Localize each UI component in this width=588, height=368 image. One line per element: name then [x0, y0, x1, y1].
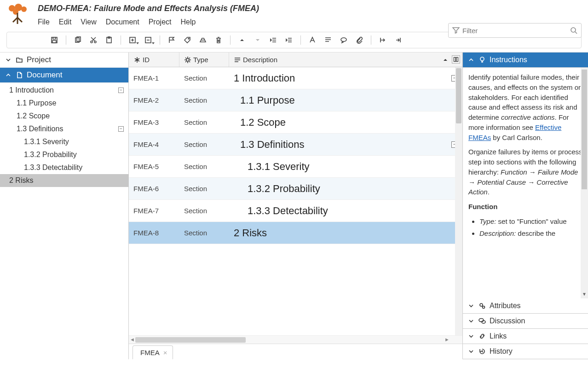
collapse-icon[interactable]: −: [118, 126, 124, 132]
tree-item[interactable]: 1.3.2 Probability: [0, 148, 128, 161]
cell-description: 2 Risks: [229, 223, 462, 243]
grid-row[interactable]: FMEA-5Section1.3.1 Severity: [129, 156, 462, 178]
align-icon[interactable]: [321, 34, 335, 47]
attach-icon[interactable]: [352, 34, 366, 47]
grid-row[interactable]: FMEA-7Section1.3.3 Detectability: [129, 200, 462, 222]
cell-description: 1.1 Purpose: [229, 91, 462, 110]
col-id[interactable]: ID: [129, 53, 179, 67]
filter-icon: [452, 27, 460, 34]
grid-header: ID Type Description: [129, 53, 462, 67]
indent-icon[interactable]: [282, 34, 296, 47]
grid-row[interactable]: FMEA-6Section1.3.2 Probability: [129, 178, 462, 200]
tree-item[interactable]: 1.3.1 Severity: [0, 135, 128, 148]
tab-fmea[interactable]: FMEA ×: [133, 345, 173, 359]
search-icon[interactable]: [570, 27, 577, 34]
remove-icon[interactable]: [141, 34, 155, 47]
font-icon[interactable]: [306, 34, 319, 47]
panel-instructions-header[interactable]: Instructions: [463, 53, 588, 68]
filter-input[interactable]: [462, 27, 567, 35]
panel-history-header[interactable]: History: [463, 344, 588, 359]
svg-rect-7: [52, 41, 56, 43]
delete-icon[interactable]: [212, 34, 225, 47]
instructions-body: Identify potential failure modes, their …: [463, 68, 588, 298]
tree-item[interactable]: 1.3 Definitions−: [0, 123, 128, 135]
col-description[interactable]: Description: [229, 53, 462, 67]
chevron-down-icon: [467, 348, 475, 355]
menu-document[interactable]: Document: [106, 18, 139, 26]
document-icon: [16, 71, 23, 79]
grid-row[interactable]: FMEA-4Section1.3 Definitions−: [129, 134, 462, 156]
filter-box[interactable]: [448, 23, 582, 38]
grid-vertical-scrollbar[interactable]: [455, 67, 462, 335]
grid-horizontal-scrollbar[interactable]: ◄►: [129, 335, 462, 344]
cell-id: FMEA-1: [129, 70, 179, 86]
tree-item[interactable]: 1.3.3 Detectability: [0, 161, 128, 174]
gear-icon: [184, 56, 191, 64]
right-scrollbar[interactable]: ▼: [581, 68, 588, 298]
outdent-icon[interactable]: [266, 34, 280, 47]
grid-row[interactable]: FMEA-2Section1.1 Purpose: [129, 89, 462, 111]
panel-instructions-label: Instructions: [490, 56, 527, 64]
app-logo: [6, 4, 29, 25]
jump-end-icon[interactable]: [392, 34, 405, 47]
collapse-icon[interactable]: −: [118, 88, 124, 93]
gears-icon: [478, 302, 486, 310]
svg-point-17: [341, 38, 346, 41]
save-icon[interactable]: [47, 34, 61, 47]
cell-description: 1.3.3 Detectability: [229, 201, 462, 221]
paste-icon[interactable]: [102, 34, 116, 47]
flag-icon[interactable]: [165, 34, 179, 47]
menu-project[interactable]: Project: [149, 18, 172, 26]
tree-item[interactable]: 1.1 Purpose: [0, 97, 128, 110]
asterisk-icon: [133, 56, 141, 64]
goto-icon[interactable]: [376, 34, 390, 47]
grid-row[interactable]: FMEA-8Section2 Risks: [129, 222, 462, 244]
svg-point-18: [186, 58, 189, 61]
right-panel: Instructions Identify potential failure …: [463, 53, 588, 359]
chevron-down-icon: [5, 56, 12, 64]
panel-links-label: Links: [490, 332, 507, 340]
menu-file[interactable]: File: [38, 18, 50, 26]
archive-icon[interactable]: [196, 34, 210, 47]
menu-edit[interactable]: Edit: [59, 18, 72, 26]
panel-attributes-header[interactable]: Attributes: [463, 298, 588, 314]
panel-discussion-label: Discussion: [490, 317, 525, 325]
cut-icon[interactable]: [86, 34, 100, 47]
svg-point-11: [94, 41, 96, 43]
cell-type: Section: [179, 93, 229, 108]
tag-icon[interactable]: [180, 34, 194, 47]
chevron-down-icon: [467, 333, 475, 340]
document-tree: 1 Introduction−1.1 Purpose1.2 Scope1.3 D…: [0, 83, 128, 188]
cell-description: 1.3 Definitions−: [229, 135, 462, 154]
svg-point-2: [21, 6, 27, 12]
tab-bar: FMEA ×: [129, 344, 462, 359]
menu-help[interactable]: Help: [180, 18, 196, 26]
folder-icon: [16, 56, 23, 64]
cell-description: 1 Introduction−: [229, 69, 462, 88]
grid-row[interactable]: FMEA-1Section1 Introduction−: [129, 67, 462, 89]
grid-row[interactable]: FMEA-3Section1.2 Scope: [129, 111, 462, 134]
cell-type: Section: [179, 137, 229, 152]
panel-links-header[interactable]: Links: [463, 329, 588, 344]
column-settings-icon[interactable]: [452, 55, 460, 64]
tree-item[interactable]: 1.2 Scope: [0, 110, 128, 123]
close-icon[interactable]: ×: [163, 349, 167, 356]
sidebar-project-header[interactable]: Project: [0, 53, 128, 68]
cell-type: Section: [179, 225, 229, 240]
sidebar-project-label: Project: [27, 55, 51, 64]
panel-discussion-header[interactable]: Discussion: [463, 314, 588, 329]
move-down-icon: [251, 34, 265, 47]
svg-point-23: [483, 306, 485, 309]
chevron-down-icon: [467, 302, 475, 310]
tree-item[interactable]: 1 Introduction−: [0, 84, 128, 97]
cell-description: 1.3.1 Severity: [229, 157, 462, 176]
copy-icon[interactable]: [71, 34, 85, 47]
menu-view[interactable]: View: [81, 18, 96, 26]
panel-attributes-label: Attributes: [490, 302, 521, 310]
comment-icon[interactable]: [337, 34, 351, 47]
add-icon[interactable]: [126, 34, 139, 47]
tree-item[interactable]: 2 Risks: [0, 174, 128, 187]
sidebar-document-header[interactable]: Document: [0, 68, 128, 83]
col-type[interactable]: Type: [179, 53, 229, 67]
move-up-icon[interactable]: [235, 34, 249, 47]
